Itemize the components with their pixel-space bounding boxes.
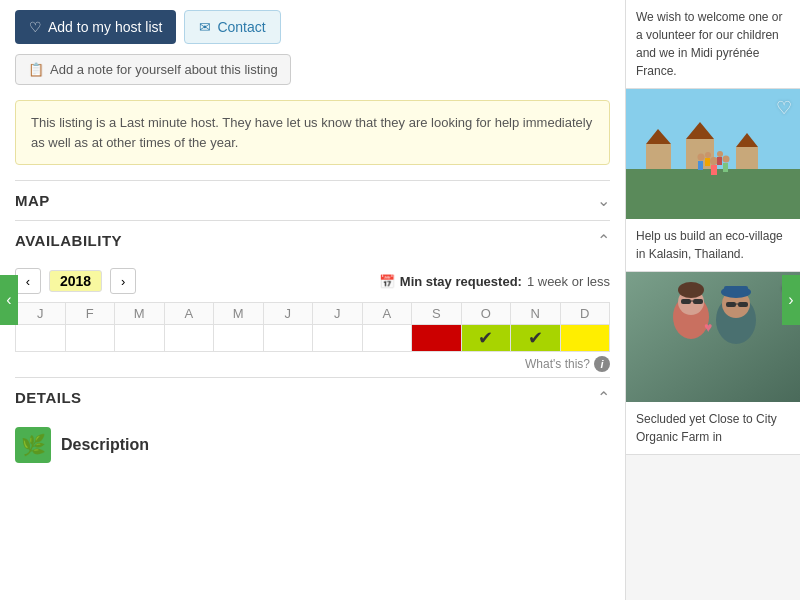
note-label: Add a note for yourself about this listi… <box>50 62 278 77</box>
sidebar-card-thailand: ♡ Help us build an eco-village in Kalasi… <box>626 89 800 272</box>
action-buttons-row: ♡ Add to my host list ✉ Contact <box>15 10 610 44</box>
details-section-title: DETAILS <box>15 389 82 406</box>
prev-year-button[interactable]: ‹ <box>15 268 41 294</box>
sidebar-card-organic-farm-text: Secluded yet Close to City Organic Farm … <box>626 402 800 454</box>
cell-o: ✔ <box>461 325 511 352</box>
sidebar-img-thailand[interactable]: ♡ <box>626 89 800 219</box>
sidebar-card-organic-farm: ♥ ♥ Secluded yet Close to City Organic F… <box>626 272 800 455</box>
whats-this[interactable]: What's this? i <box>15 356 610 372</box>
details-chevron-up-icon: ⌃ <box>597 388 610 407</box>
availability-chevron-up-icon: ⌃ <box>597 231 610 250</box>
svg-text:♥: ♥ <box>704 319 712 335</box>
month-j1: J <box>16 303 66 325</box>
host-list-label: Add to my host list <box>48 19 162 35</box>
details-section-header[interactable]: DETAILS ⌃ <box>15 377 610 417</box>
svg-rect-15 <box>705 158 710 166</box>
svg-rect-2 <box>646 144 671 169</box>
clipboard-icon: 📋 <box>28 62 44 77</box>
calendar-nav: ‹ 2018 › 📅 Min stay requested: 1 week or… <box>15 268 610 294</box>
cell-j2 <box>263 325 313 352</box>
notice-box: This listing is a Last minute host. They… <box>15 100 610 165</box>
calendar-year: 2018 <box>49 270 102 292</box>
map-section-title: MAP <box>15 192 50 209</box>
svg-rect-11 <box>698 161 703 170</box>
cell-s <box>412 325 462 352</box>
check-o: ✔ <box>478 328 493 348</box>
cell-d <box>560 325 610 352</box>
map-section-header[interactable]: MAP ⌄ <box>15 180 610 220</box>
svg-rect-29 <box>724 286 748 294</box>
year-navigation: ‹ 2018 › <box>15 268 136 294</box>
svg-rect-19 <box>626 272 800 402</box>
contact-button[interactable]: ✉ Contact <box>184 10 280 44</box>
cell-a1 <box>164 325 214 352</box>
cell-a2 <box>362 325 412 352</box>
info-icon: i <box>594 356 610 372</box>
availability-calendar: J F M A M J J A S O N D <box>15 302 610 352</box>
map-chevron-down-icon: ⌄ <box>597 191 610 210</box>
month-a1: A <box>164 303 214 325</box>
month-s: S <box>412 303 462 325</box>
cell-m2 <box>214 325 264 352</box>
month-f: F <box>65 303 115 325</box>
svg-rect-17 <box>717 157 722 165</box>
svg-rect-1 <box>626 169 800 219</box>
heart-icon: ♡ <box>29 19 42 35</box>
cell-m1 <box>115 325 165 352</box>
svg-point-12 <box>723 156 730 163</box>
cell-f <box>65 325 115 352</box>
month-d: D <box>560 303 610 325</box>
svg-point-16 <box>717 151 723 157</box>
month-o: O <box>461 303 511 325</box>
cell-j3 <box>313 325 363 352</box>
sidebar-card-france-text: We wish to welcome one or a volunteer fo… <box>626 0 800 88</box>
next-year-button[interactable]: › <box>110 268 136 294</box>
availability-section: AVAILABILITY ⌃ ‹ 2018 › 📅 Min stay reque… <box>15 220 610 372</box>
sidebar-card-thailand-text: Help us build an eco-village in Kalasin,… <box>626 219 800 271</box>
month-n: N <box>511 303 561 325</box>
svg-point-25 <box>678 282 704 298</box>
map-section: MAP ⌄ <box>15 180 610 220</box>
page-nav-left[interactable]: ‹ <box>0 275 18 325</box>
cell-j1 <box>16 325 66 352</box>
availability-section-title: AVAILABILITY <box>15 232 122 249</box>
description-header: 🌿 Description <box>15 427 610 463</box>
min-stay-value: 1 week or less <box>527 274 610 289</box>
svg-rect-23 <box>693 299 703 304</box>
sidebar: We wish to welcome one or a volunteer fo… <box>625 0 800 600</box>
month-j2: J <box>263 303 313 325</box>
notice-text: This listing is a Last minute host. They… <box>31 115 592 150</box>
month-m2: M <box>214 303 264 325</box>
heart-icon-thailand[interactable]: ♡ <box>776 97 792 119</box>
details-section: DETAILS ⌃ 🌿 Description <box>15 377 610 463</box>
month-m1: M <box>115 303 165 325</box>
month-j3: J <box>313 303 363 325</box>
description-icon: 🌿 <box>15 427 51 463</box>
min-stay-info: 📅 Min stay requested: 1 week or less <box>379 274 610 289</box>
main-content: ♡ Add to my host list ✉ Contact 📋 Add a … <box>0 0 625 600</box>
sidebar-img-organic-farm[interactable]: ♥ ♥ <box>626 272 800 402</box>
svg-point-8 <box>710 157 718 165</box>
description-label: Description <box>61 436 149 454</box>
cell-n: ✔ <box>511 325 561 352</box>
check-n: ✔ <box>528 328 543 348</box>
availability-section-header[interactable]: AVAILABILITY ⌃ <box>15 220 610 260</box>
svg-point-14 <box>705 152 711 158</box>
svg-rect-30 <box>726 302 736 307</box>
page-nav-right[interactable]: › <box>782 275 800 325</box>
sidebar-card-france: We wish to welcome one or a volunteer fo… <box>626 0 800 89</box>
organic-farm-illustration: ♥ <box>626 272 800 402</box>
month-a2: A <box>362 303 412 325</box>
add-to-host-list-button[interactable]: ♡ Add to my host list <box>15 10 176 44</box>
svg-rect-13 <box>723 163 728 172</box>
add-note-button[interactable]: 📋 Add a note for yourself about this lis… <box>15 54 291 85</box>
svg-rect-9 <box>711 165 717 175</box>
svg-point-10 <box>698 154 705 161</box>
min-stay-label: Min stay requested: <box>400 274 522 289</box>
whats-this-label: What's this? <box>525 357 590 371</box>
contact-label: Contact <box>217 19 265 35</box>
envelope-icon: ✉ <box>199 19 211 35</box>
thailand-illustration <box>626 89 800 219</box>
calendar-icon: 📅 <box>379 274 395 289</box>
svg-rect-22 <box>681 299 691 304</box>
